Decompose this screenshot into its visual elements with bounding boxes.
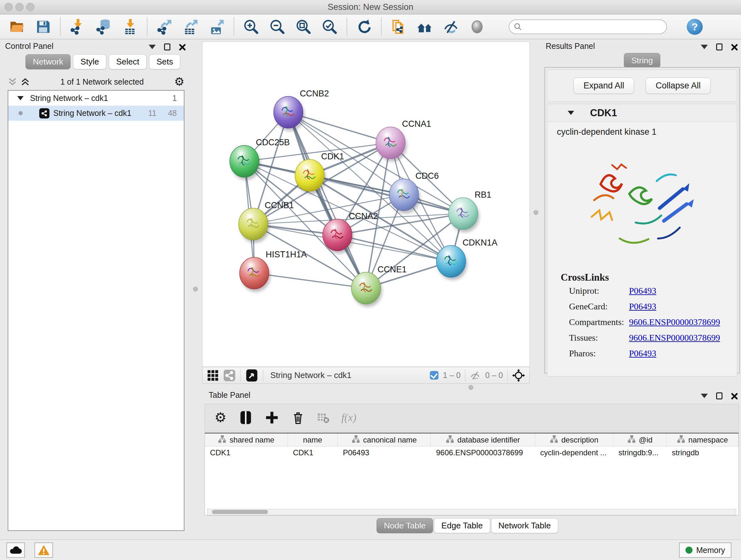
export-image-button[interactable] <box>207 17 226 36</box>
hide-selected-button[interactable] <box>442 17 460 36</box>
network-node[interactable]: CCNB1 <box>239 200 294 243</box>
minimize-window-button[interactable] <box>15 3 23 11</box>
float-panel-icon[interactable] <box>701 394 708 398</box>
tab-edge-table[interactable]: Edge Table <box>434 518 490 533</box>
delete-column-icon[interactable] <box>291 411 305 425</box>
search-input[interactable] <box>523 20 666 33</box>
collapse-all-icon[interactable] <box>8 77 17 86</box>
zoom-fit-button[interactable] <box>294 17 313 36</box>
float-panel-icon[interactable] <box>701 45 708 49</box>
table-options-gear-icon[interactable]: ⚙ <box>214 411 226 424</box>
maximize-panel-icon[interactable] <box>716 44 723 51</box>
network-edge[interactable] <box>288 112 366 288</box>
zoom-selected-button[interactable] <box>320 17 339 36</box>
network-edge[interactable] <box>254 273 366 288</box>
show-columns-icon[interactable] <box>239 411 253 425</box>
zoom-out-button[interactable] <box>268 17 286 36</box>
network-node[interactable]: CCNB2 <box>274 89 329 131</box>
expand-all-button[interactable]: Expand All <box>574 78 634 94</box>
network-graph[interactable]: CCNB2CCNA1CDC25BCDK1CDC6RB1CCNB1CCNA2CDK… <box>203 42 529 367</box>
memory-button[interactable]: Memory <box>679 543 731 558</box>
horizontal-scrollbar[interactable] <box>207 509 736 515</box>
export-table-button[interactable] <box>181 17 200 36</box>
help-button[interactable]: ? <box>687 19 703 35</box>
tab-network-table[interactable]: Network Table <box>491 518 558 533</box>
network-canvas[interactable]: CCNB2CCNA1CDC25BCDK1CDC6RB1CCNB1CCNA2CDK… <box>202 42 530 367</box>
search-field[interactable] <box>509 19 667 34</box>
right-splitter-handle[interactable] <box>534 210 538 215</box>
table-row[interactable]: CDK1CDK1P064939606.ENSP00000378699cyclin… <box>205 446 738 459</box>
bottom-splitter-handle[interactable] <box>468 385 473 390</box>
network-node[interactable]: CDKN1A <box>436 238 497 280</box>
table-cell[interactable]: CDK1 <box>205 446 288 459</box>
birdseye-view-icon[interactable] <box>246 369 258 381</box>
network-share-icon[interactable] <box>224 370 235 381</box>
column-header[interactable]: database identifier <box>431 434 535 446</box>
pan-crosshair-icon[interactable] <box>512 369 525 382</box>
nested-networks-button[interactable] <box>415 17 434 36</box>
show-all-button[interactable] <box>468 17 486 36</box>
scrollbar-thumb[interactable] <box>212 510 268 514</box>
copy-network-button[interactable] <box>389 17 408 36</box>
left-splitter-handle[interactable] <box>193 287 198 292</box>
network-options-gear-icon[interactable]: ⚙ <box>174 76 185 87</box>
column-header[interactable]: canonical name <box>338 434 431 446</box>
network-row[interactable]: String Network – cdk1 11 48 <box>8 106 184 121</box>
crosslink-link[interactable]: 9606.ENSP00000378699 <box>629 317 720 327</box>
close-panel-icon[interactable] <box>179 44 186 51</box>
tab-node-table[interactable]: Node Table <box>377 518 433 533</box>
tab-sets[interactable]: Sets <box>149 54 180 69</box>
collection-expand-icon[interactable] <box>17 96 23 100</box>
column-header[interactable]: shared name <box>205 434 288 446</box>
table-cell[interactable]: 9606.ENSP00000378699 <box>431 446 535 459</box>
network-node[interactable]: RB1 <box>448 190 491 233</box>
maximize-window-button[interactable] <box>26 3 35 11</box>
tab-style[interactable]: Style <box>73 54 106 69</box>
table-cell[interactable]: cyclin-dependent ... <box>535 446 613 459</box>
column-header[interactable]: namespace <box>667 434 738 446</box>
network-edge[interactable] <box>310 175 463 213</box>
export-network-button[interactable] <box>155 17 174 36</box>
collapse-all-button[interactable]: Collapse All <box>646 78 711 94</box>
refresh-button[interactable] <box>355 17 374 36</box>
add-column-icon[interactable] <box>265 411 279 425</box>
network-node[interactable]: CDC6 <box>389 171 439 213</box>
gene-collapse-icon[interactable] <box>568 111 574 115</box>
close-panel-icon[interactable] <box>731 392 738 399</box>
network-collection-row[interactable]: String Network – cdk1 1 <box>8 91 184 106</box>
network-node[interactable]: CCNA1 <box>376 119 431 162</box>
table-cell[interactable]: P06493 <box>338 446 431 459</box>
table-cell[interactable]: stringdb <box>667 446 738 459</box>
grid-view-icon[interactable] <box>207 370 219 381</box>
close-panel-icon[interactable] <box>731 44 738 51</box>
column-header[interactable]: @id <box>613 434 667 446</box>
crosslink-link[interactable]: P06493 <box>629 348 657 359</box>
zoom-in-button[interactable] <box>242 17 260 36</box>
network-node[interactable]: CDK1 <box>295 152 344 194</box>
import-table-button[interactable] <box>121 17 139 36</box>
network-edge[interactable] <box>337 235 451 261</box>
network-node[interactable]: CCNE1 <box>351 265 407 307</box>
crosslink-link[interactable]: P06493 <box>629 301 657 312</box>
import-network-file-button[interactable] <box>68 17 87 36</box>
cloud-status-button[interactable] <box>6 543 25 558</box>
network-node[interactable]: HIST1H1A <box>240 250 307 292</box>
open-session-button[interactable] <box>8 17 26 36</box>
table-cell[interactable]: CDK1 <box>288 446 338 459</box>
maximize-panel-icon[interactable] <box>716 392 723 399</box>
import-network-database-button[interactable] <box>94 17 113 36</box>
tab-string[interactable]: String <box>624 53 660 68</box>
column-header[interactable]: name <box>288 434 338 446</box>
warnings-button[interactable] <box>35 543 53 558</box>
close-window-button[interactable] <box>4 3 13 11</box>
table-cell[interactable]: stringdb:9... <box>613 446 667 459</box>
tab-select[interactable]: Select <box>109 54 146 69</box>
tab-network[interactable]: Network <box>25 54 71 69</box>
expand-all-icon[interactable] <box>20 77 30 86</box>
crosslink-link[interactable]: P06493 <box>629 286 657 296</box>
column-header[interactable]: description <box>535 434 613 446</box>
float-panel-icon[interactable] <box>149 45 156 49</box>
crosslink-link[interactable]: 9606.ENSP00000378699 <box>629 333 720 343</box>
maximize-panel-icon[interactable] <box>164 44 171 51</box>
gene-header[interactable]: CDK1 <box>547 104 737 122</box>
